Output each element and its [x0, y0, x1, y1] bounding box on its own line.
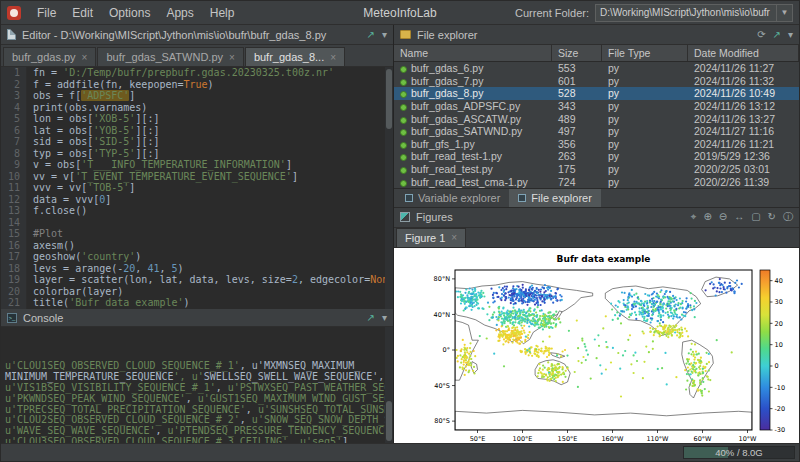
meteoinfolab-window: FileEditOptionsAppsHelp MeteoInfoLab Cur…: [0, 0, 800, 462]
folder-icon: [400, 30, 411, 39]
python-file-icon: [400, 154, 407, 161]
file-row[interactable]: bufr_gdas_SATWND.py497py2024/11/27 11:16: [394, 125, 799, 138]
panel-icon: [518, 194, 526, 202]
file-row[interactable]: bufr_gdas_6.py553py2024/11/26 11:27: [394, 62, 799, 75]
column-header-file-type[interactable]: File Type: [602, 45, 688, 61]
code-line: 13f.close(): [1, 205, 393, 217]
collapse-panel-icon[interactable]: ▾: [788, 30, 793, 40]
svg-text:60°W: 60°W: [694, 435, 713, 443]
menu-item-edit[interactable]: Edit: [64, 4, 101, 22]
refresh-icon[interactable]: ⟳: [757, 30, 765, 40]
column-header-date-modified[interactable]: Date Modified: [688, 45, 799, 61]
figure-title: Bufr data example: [557, 254, 651, 264]
float-panel-icon[interactable]: ↗: [367, 313, 375, 323]
editor-tab-label: bufr_gdas.py: [12, 51, 76, 63]
code-line: 9v = obs['T___INFO_TEMPERATURE_INFORMATI…: [1, 159, 393, 171]
close-icon[interactable]: ×: [229, 52, 235, 63]
menu-items: FileEditOptionsAppsHelp: [29, 4, 242, 22]
figure-tabbar: Figure 1 ×: [394, 228, 799, 248]
svg-text:0°: 0°: [443, 346, 450, 354]
menu-bar: FileEditOptionsAppsHelp MeteoInfoLab Cur…: [1, 1, 799, 25]
tab-file-explorer[interactable]: File explorer: [509, 189, 601, 207]
colorbar: 403020100-10-20-30: [760, 270, 785, 434]
code-line: 2f = addfile(fn, keepopen=True): [1, 79, 393, 91]
console-output[interactable]: u'CLOU1SEQ_OBSERVED_CLOUD_SEQUENCE_#_1',…: [1, 327, 393, 443]
svg-text:40°N: 40°N: [434, 311, 451, 319]
file-row[interactable]: bufr_gdas_ASCATW.py489py2024/11/26 13:27: [394, 112, 799, 125]
code-line: 1fn = 'D:/Temp/bufr/prepbufr.gdas.202303…: [1, 67, 393, 79]
line-number: 9: [1, 159, 27, 171]
file-row[interactable]: bufr_gdas_8.py528py2024/11/26 10:49: [394, 87, 799, 100]
line-number: 6: [1, 125, 27, 137]
zoom-out-icon[interactable]: ⊖: [719, 212, 727, 222]
line-number: 17: [1, 251, 27, 263]
file-row[interactable]: bufr_read_test.py175py2020/2/25 03:01: [394, 163, 799, 176]
menu-item-options[interactable]: Options: [101, 4, 158, 22]
memory-indicator[interactable]: 40% / 8.0G: [683, 446, 795, 459]
column-header-size[interactable]: Size: [552, 45, 602, 61]
svg-text:160°W: 160°W: [601, 435, 624, 443]
line-number: 18: [1, 263, 27, 275]
line-number: 20: [1, 286, 27, 298]
chevron-down-icon[interactable]: ▼: [776, 5, 792, 21]
editor-tab[interactable]: bufr_gdas_SATWND.py×: [97, 47, 243, 66]
close-icon[interactable]: ×: [330, 52, 336, 63]
line-number: 4: [1, 102, 27, 114]
code-line: 19layer = scatter(lon, lat, data, levs, …: [1, 274, 393, 286]
close-icon[interactable]: ×: [82, 52, 88, 63]
file-row[interactable]: bufr_gfs_1.py356py2024/11/26 11:21: [394, 138, 799, 151]
tab-variable-explorer[interactable]: Variable explorer: [396, 189, 509, 207]
editor-tab[interactable]: bufr_gdas.py×: [3, 47, 96, 66]
figure-canvas[interactable]: Bufr data example50°E100°E150°E160°W110°…: [394, 248, 799, 443]
code-line: 5lon = obs['XOB-5'][:]: [1, 113, 393, 125]
file-table-header: NameSizeFile TypeDate Modified: [394, 45, 799, 62]
editor-tab[interactable]: bufr_gdas_8...×: [245, 47, 345, 66]
zoom-in-icon[interactable]: ⊕: [703, 212, 711, 222]
editor-scrollbar[interactable]: [385, 67, 393, 309]
svg-text:80°N: 80°N: [434, 275, 451, 283]
file-row[interactable]: bufr_gdas_7.py601py2024/11/26 11:32: [394, 75, 799, 88]
menu-item-file[interactable]: File: [29, 4, 64, 22]
svg-text:40: 40: [775, 277, 783, 285]
pan-icon[interactable]: ↔: [734, 212, 744, 222]
python-file-icon: [400, 79, 407, 86]
rotate-icon[interactable]: ↻: [768, 212, 776, 222]
current-folder-combo[interactable]: ▼: [595, 4, 793, 22]
full-extent-icon[interactable]: ▢: [751, 212, 760, 222]
float-panel-icon[interactable]: ↗: [773, 30, 781, 40]
editor-title: Editor - D:\Working\MIScript\Jython\mis\…: [22, 29, 326, 41]
console-line: u'CLOU3SEQ_OBSERVED_CLOUD_SEQUENCE_#_3_C…: [5, 437, 389, 443]
map-plot: Bufr data example50°E100°E150°E160°W110°…: [394, 248, 800, 445]
console-scrollbar[interactable]: [385, 327, 393, 443]
code-line: 7sid = obs['SID-5'][:]: [1, 136, 393, 148]
svg-text:-30: -30: [775, 426, 786, 434]
identify-icon[interactable]: ⓘ: [783, 212, 793, 222]
coastlines: [455, 277, 752, 430]
file-table: NameSizeFile TypeDate Modified bufr_gdas…: [394, 45, 799, 188]
file-row[interactable]: bufr_read_test_cma-1.py724py2020/2/26 11…: [394, 175, 799, 188]
editor-icon: [7, 29, 16, 40]
select-icon[interactable]: ⌖: [691, 212, 697, 222]
code-editor[interactable]: 1fn = 'D:/Temp/bufr/prepbufr.gdas.202303…: [1, 67, 393, 309]
console-title: Console: [23, 312, 63, 324]
console-icon: >_: [7, 313, 17, 323]
code-line: 10vv = v['T_EVENT_TEMPERATURE_EVENT_SEQU…: [1, 171, 393, 183]
svg-text:20: 20: [775, 320, 783, 328]
file-row[interactable]: bufr_gdas_ADPSFC.py343py2024/11/26 13:12: [394, 100, 799, 113]
column-header-name[interactable]: Name: [394, 45, 552, 61]
collapse-panel-icon[interactable]: ▾: [382, 313, 387, 323]
python-file-icon: [400, 117, 407, 124]
collapse-panel-icon[interactable]: ▾: [382, 30, 387, 40]
file-row[interactable]: bufr_read_test-1.py263py2019/5/29 12:36: [394, 150, 799, 163]
figure-tab[interactable]: Figure 1 ×: [396, 228, 466, 247]
file-explorer-title: File explorer: [417, 29, 478, 41]
status-bar: 40% / 8.0G: [1, 443, 799, 461]
close-icon[interactable]: ×: [451, 232, 457, 243]
current-folder-input[interactable]: [596, 7, 776, 18]
editor-panel-header: Editor - D:\Working\MIScript\Jython\mis\…: [1, 25, 393, 45]
float-panel-icon[interactable]: ↗: [367, 30, 375, 40]
menu-item-apps[interactable]: Apps: [158, 4, 201, 22]
editor-tab-label: bufr_gdas_8...: [254, 51, 324, 63]
line-number: 12: [1, 194, 27, 206]
menu-item-help[interactable]: Help: [202, 4, 243, 22]
